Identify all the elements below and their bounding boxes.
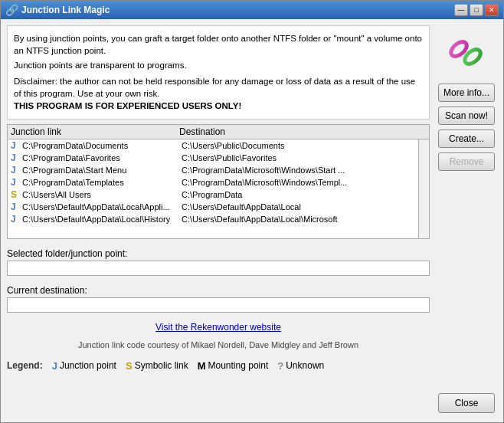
row-type-icon: J [11, 177, 20, 188]
legend-label: Legend: [7, 360, 43, 371]
info-box: By using junction points, you can graft … [7, 25, 430, 120]
row-junction: C:\ProgramData\Templates [22, 178, 182, 187]
main-panel: By using junction points, you can graft … [7, 25, 430, 416]
warning-text: THIS PROGRAM IS FOR EXPERIENCED USERS ON… [14, 100, 423, 112]
disclaimer-text: Disclaimer: the author can not be held r… [14, 75, 423, 100]
title-buttons: — □ ✕ [454, 4, 499, 16]
scan-now-button[interactable]: Scan now! [438, 107, 495, 125]
mounting-icon: M [198, 360, 206, 372]
main-window: 🔗 Junction Link Magic — □ ✕ By using jun… [0, 0, 504, 423]
maximize-button[interactable]: □ [470, 4, 483, 16]
info-line1: By using junction points, you can graft … [14, 32, 423, 57]
remove-button[interactable]: Remove [438, 152, 495, 171]
unknown-label: Unknown [286, 360, 324, 371]
table-body: J C:\ProgramData\Documents C:\Users\Publ… [8, 139, 418, 238]
title-bar: 🔗 Junction Link Magic — □ ✕ [1, 1, 503, 19]
legend: Legend: J Junction point S Symbolic link… [7, 360, 430, 372]
table-row[interactable]: J C:\Users\Default\AppData\Local\Appli..… [8, 201, 418, 213]
legend-junction: J Junction point [52, 360, 116, 372]
row-junction: C:\ProgramData\Start Menu [22, 166, 182, 175]
unknown-icon: ? [277, 360, 283, 372]
logo-area [440, 27, 493, 79]
more-info-button[interactable]: More info... [438, 84, 495, 102]
mounting-label: Mounting point [208, 360, 269, 371]
close-button[interactable]: Close [438, 393, 495, 413]
row-type-icon: J [11, 165, 20, 175]
row-type-icon: J [11, 140, 20, 151]
current-dest-value [7, 297, 430, 313]
table-row[interactable]: S C:\Users\All Users C:\ProgramData [8, 189, 418, 201]
website-link[interactable]: Visit the Rekenwonder website [7, 322, 430, 333]
row-dest: C:\ProgramData\Microsoft\Windows\Start .… [182, 166, 415, 175]
legend-symbolic: S Symbolic link [126, 360, 188, 372]
selected-value [7, 261, 430, 276]
symbolic-icon: S [126, 360, 133, 372]
row-dest: C:\Users\Default\AppData\Local [182, 202, 415, 212]
legend-mounting: M Mounting point [198, 360, 269, 372]
row-type-icon: J [11, 214, 20, 225]
scrollbar[interactable] [418, 139, 429, 238]
row-dest: C:\ProgramData [182, 190, 415, 199]
side-panel: More info... Scan now! Create... Remove … [436, 25, 497, 416]
selected-section: Selected folder/junction point: [7, 247, 430, 276]
row-junction: C:\ProgramData\Favorites [22, 153, 182, 162]
credit-text: Junction link code courtesy of Mikael No… [7, 340, 430, 349]
junction-label: Junction point [60, 360, 116, 371]
destination-section: Current destination: [7, 284, 430, 313]
row-junction: C:\Users\Default\AppData\Local\History [22, 215, 182, 224]
row-dest: C:\Users\Public\Favorites [182, 153, 415, 162]
symbolic-label: Symbolic link [135, 360, 188, 371]
row-junction: C:\ProgramData\Documents [22, 141, 182, 150]
current-dest-label: Current destination: [7, 284, 430, 297]
junction-table: Junction link Destination J C:\ProgramDa… [7, 124, 430, 239]
row-type-icon: S [11, 189, 20, 200]
row-junction: C:\Users\Default\AppData\Local\Appli... [22, 202, 182, 212]
content-area: By using junction points, you can graft … [1, 19, 503, 422]
junction-icon: J [52, 360, 57, 372]
row-dest: C:\Users\Default\AppData\Local\Microsoft [182, 215, 415, 224]
table-row[interactable]: J C:\ProgramData\Start Menu C:\ProgramDa… [8, 164, 418, 176]
app-icon: 🔗 [5, 4, 18, 16]
row-dest: C:\ProgramData\Microsoft\Windows\Templ..… [182, 178, 415, 187]
create-button[interactable]: Create... [438, 130, 495, 148]
window-title: Junction Link Magic [21, 5, 110, 15]
row-type-icon: J [11, 152, 20, 163]
table-row[interactable]: J C:\ProgramData\Favorites C:\Users\Publ… [8, 152, 418, 164]
table-row[interactable]: J C:\ProgramData\Templates C:\ProgramDat… [8, 176, 418, 189]
app-logo [443, 30, 489, 76]
col-junction: Junction link [11, 126, 179, 137]
table-header: Junction link Destination [8, 125, 429, 139]
row-type-icon: J [11, 202, 20, 212]
table-row[interactable]: J C:\ProgramData\Documents C:\Users\Publ… [8, 139, 418, 152]
table-row[interactable]: J C:\Users\Default\AppData\Local\History… [8, 213, 418, 225]
title-bar-left: 🔗 Junction Link Magic [5, 4, 110, 16]
window-close-button[interactable]: ✕ [485, 4, 499, 16]
row-junction: C:\Users\All Users [22, 190, 182, 199]
info-line2: Junction points are transparent to progr… [14, 59, 423, 71]
row-dest: C:\Users\Public\Documents [182, 141, 415, 150]
minimize-button[interactable]: — [454, 4, 468, 16]
selected-label: Selected folder/junction point: [7, 247, 430, 261]
legend-unknown: ? Unknown [277, 360, 324, 372]
col-destination: Destination [179, 126, 415, 137]
